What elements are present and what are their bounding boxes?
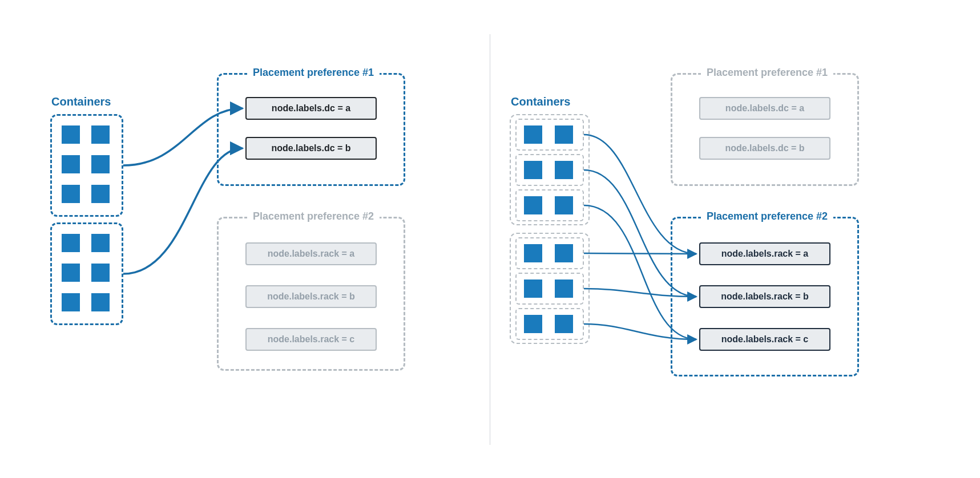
right-pref1-legend: Placement preference #1 xyxy=(701,67,833,79)
container-square xyxy=(91,264,110,282)
diagram-canvas: Containers Placement preference #1 node.… xyxy=(0,0,980,478)
container-square xyxy=(91,155,110,173)
container-square xyxy=(62,264,80,282)
container-square xyxy=(555,196,573,214)
container-square xyxy=(555,315,573,333)
container-square xyxy=(91,185,110,203)
container-square xyxy=(62,125,80,144)
container-square xyxy=(555,244,573,262)
container-square xyxy=(524,196,542,214)
container-square xyxy=(91,293,110,311)
vertical-divider xyxy=(490,34,490,445)
left-pref2-node-b: node.labels.rack = b xyxy=(245,285,377,308)
right-pref2-legend: Placement preference #2 xyxy=(701,210,833,222)
container-square xyxy=(62,293,80,311)
container-square xyxy=(62,155,80,173)
container-square xyxy=(91,234,110,252)
right-pref1-node-b: node.labels.dc = b xyxy=(699,137,830,160)
container-square xyxy=(555,161,573,179)
left-pref2-node-c: node.labels.rack = c xyxy=(245,328,377,351)
container-square xyxy=(555,125,573,144)
right-pref2-node-b: node.labels.rack = b xyxy=(699,285,830,308)
left-pref2-node-a: node.labels.rack = a xyxy=(245,242,377,265)
left-pref1-group: Placement preference #1 xyxy=(217,73,405,186)
container-square xyxy=(524,315,542,333)
left-pref2-legend: Placement preference #2 xyxy=(247,210,380,222)
container-square xyxy=(524,125,542,144)
right-pref2-node-c: node.labels.rack = c xyxy=(699,328,830,351)
left-pref1-node-a: node.labels.dc = a xyxy=(245,97,377,120)
right-pref2-node-a: node.labels.rack = a xyxy=(699,242,830,265)
container-square xyxy=(524,161,542,179)
container-square xyxy=(62,234,80,252)
container-square xyxy=(524,279,542,298)
left-containers-title: Containers xyxy=(51,95,111,108)
right-pref1-group: Placement preference #1 xyxy=(671,73,859,186)
left-pref1-node-b: node.labels.dc = b xyxy=(245,137,377,160)
container-square xyxy=(62,185,80,203)
left-pref1-legend: Placement preference #1 xyxy=(247,67,380,79)
container-square xyxy=(555,279,573,298)
right-pref1-node-a: node.labels.dc = a xyxy=(699,97,830,120)
right-containers-title: Containers xyxy=(511,95,570,108)
container-square xyxy=(524,244,542,262)
container-square xyxy=(91,125,110,144)
